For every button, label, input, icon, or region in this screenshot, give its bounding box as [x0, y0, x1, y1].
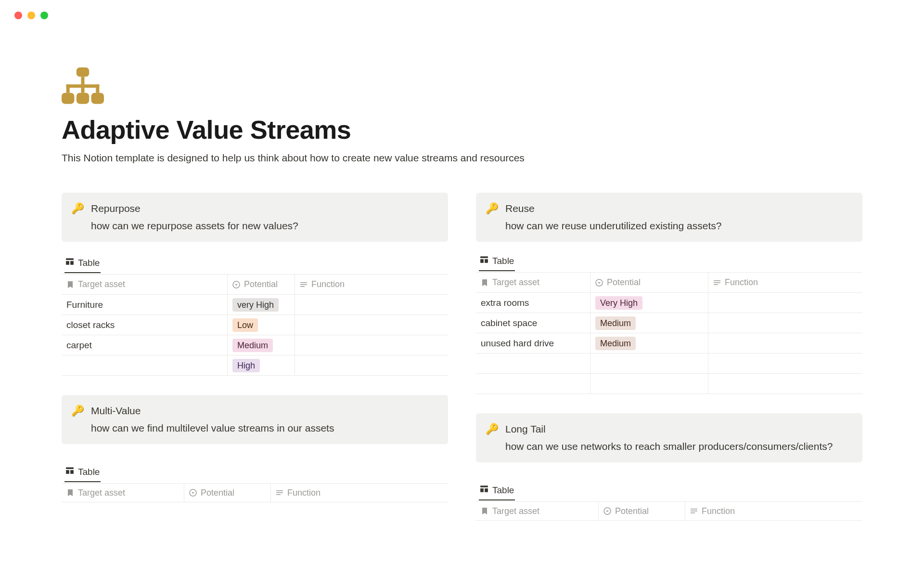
potential-tag: Very High: [595, 296, 642, 310]
header-target-asset[interactable]: Target asset: [476, 273, 590, 292]
cell-potential[interactable]: Medium: [228, 335, 295, 355]
svg-rect-2: [77, 93, 89, 104]
tab-label: Table: [492, 256, 514, 266]
cell-function[interactable]: [708, 333, 862, 353]
header-potential[interactable]: Potential: [228, 275, 295, 294]
tab-table-reuse[interactable]: Table: [479, 252, 515, 271]
table-icon: [65, 257, 74, 268]
svg-rect-18: [714, 280, 720, 281]
cell-target-asset[interactable]: extra rooms: [476, 293, 590, 313]
cell-function[interactable]: [708, 293, 862, 313]
cell-target-asset[interactable]: carpet: [62, 335, 228, 355]
table-row[interactable]: carpetMedium: [62, 335, 448, 355]
cell-potential[interactable]: [590, 374, 708, 394]
svg-rect-20: [714, 284, 718, 285]
table-header-row: Target asset Potential Function: [476, 502, 862, 521]
columns-container: 🔑 Repurpose how can we repurpose assets …: [62, 193, 862, 521]
header-function[interactable]: Function: [685, 502, 862, 520]
tab-table-longtail[interactable]: Table: [479, 482, 515, 500]
header-potential[interactable]: Potential: [599, 502, 685, 520]
cell-function[interactable]: [708, 354, 862, 373]
page-subtitle[interactable]: This Notion template is designed to help…: [62, 152, 862, 164]
header-target-asset[interactable]: Target asset: [62, 484, 184, 502]
key-icon: 🔑: [71, 202, 84, 215]
cell-target-asset[interactable]: unused hard drive: [476, 333, 590, 353]
cell-target-asset[interactable]: [62, 355, 228, 375]
potential-tag: Low: [232, 318, 258, 332]
cell-target-asset[interactable]: [476, 354, 590, 373]
cell-function[interactable]: [295, 355, 448, 375]
key-icon: 🔑: [486, 202, 499, 215]
svg-rect-23: [691, 511, 697, 512]
cell-potential[interactable]: very High: [228, 295, 295, 315]
cell-target-asset[interactable]: cabinet space: [476, 313, 590, 333]
window-minimize-button[interactable]: [27, 12, 35, 19]
table-row[interactable]: High: [62, 355, 448, 376]
column-left: 🔑 Repurpose how can we repurpose assets …: [62, 193, 448, 521]
svg-rect-19: [714, 282, 720, 283]
cell-function[interactable]: [708, 313, 862, 333]
callout-repurpose[interactable]: 🔑 Repurpose how can we repurpose assets …: [62, 193, 448, 242]
tab-table-repurpose[interactable]: Table: [64, 254, 101, 273]
header-target-asset[interactable]: Target asset: [62, 275, 228, 294]
page-title[interactable]: Adaptive Value Streams: [62, 115, 862, 144]
cell-potential[interactable]: Medium: [590, 313, 708, 333]
table-row[interactable]: closet racksLow: [62, 315, 448, 335]
header-potential[interactable]: Potential: [590, 273, 708, 292]
svg-rect-3: [91, 93, 104, 104]
page-content: Adaptive Value Streams This Notion templ…: [0, 19, 924, 521]
cell-target-asset[interactable]: Furniture: [62, 295, 228, 315]
text-icon: [300, 281, 308, 289]
tab-label: Table: [78, 467, 100, 477]
table-row[interactable]: cabinet spaceMedium: [476, 313, 862, 333]
svg-rect-16: [276, 494, 281, 495]
table-row[interactable]: [476, 374, 862, 394]
cell-function[interactable]: [708, 374, 862, 394]
cell-potential[interactable]: Very High: [590, 293, 708, 313]
table-icon: [65, 466, 74, 477]
callout-reuse[interactable]: 🔑 Reuse how can we reuse underutilized e…: [476, 193, 862, 242]
window-maximize-button[interactable]: [40, 12, 48, 19]
cell-function[interactable]: [295, 335, 448, 355]
header-function[interactable]: Function: [271, 484, 448, 502]
tab-table-multivalue[interactable]: Table: [64, 463, 101, 482]
cell-target-asset[interactable]: closet racks: [62, 315, 228, 335]
bookmark-icon: [66, 281, 74, 289]
select-icon: [595, 279, 603, 287]
table-row[interactable]: [476, 354, 862, 374]
header-target-asset[interactable]: Target asset: [476, 502, 599, 520]
callout-longtail[interactable]: 🔑 Long Tail how can we use networks to r…: [476, 413, 862, 462]
bookmark-icon: [66, 489, 74, 497]
header-function[interactable]: Function: [708, 273, 862, 292]
cell-potential[interactable]: High: [228, 355, 295, 375]
key-icon: 🔑: [486, 423, 499, 435]
table-header-row: Target asset Potential Function: [62, 275, 448, 295]
svg-rect-1: [62, 93, 74, 104]
table-multivalue: Target asset Potential Function: [62, 483, 448, 502]
svg-rect-11: [300, 284, 307, 285]
select-icon: [232, 281, 240, 289]
cell-potential[interactable]: [590, 354, 708, 373]
callout-multivalue[interactable]: 🔑 Multi-Value how can we find multilevel…: [62, 395, 448, 444]
header-potential[interactable]: Potential: [184, 484, 271, 502]
table-row[interactable]: Furniturevery High: [62, 295, 448, 315]
cell-potential[interactable]: Medium: [590, 333, 708, 353]
text-icon: [713, 279, 721, 287]
table-header-row: Target asset Potential Function: [62, 484, 448, 502]
table-row[interactable]: extra roomsVery High: [476, 293, 862, 313]
select-icon: [603, 507, 611, 515]
potential-tag: High: [232, 359, 260, 372]
table-reuse: Target asset Potential Function extra ro…: [476, 272, 862, 394]
potential-tag: Medium: [232, 339, 273, 352]
header-function[interactable]: Function: [295, 275, 448, 294]
cell-target-asset[interactable]: [476, 374, 590, 394]
cell-function[interactable]: [295, 315, 448, 335]
cell-function[interactable]: [295, 295, 448, 315]
svg-rect-4: [81, 77, 84, 84]
callout-subtitle: how can we repurpose assets for new valu…: [91, 220, 298, 232]
table-row[interactable]: unused hard driveMedium: [476, 333, 862, 354]
window-close-button[interactable]: [14, 12, 22, 19]
page-icon-hierarchy[interactable]: [62, 67, 104, 105]
cell-potential[interactable]: Low: [228, 315, 295, 335]
tab-label: Table: [78, 258, 100, 268]
